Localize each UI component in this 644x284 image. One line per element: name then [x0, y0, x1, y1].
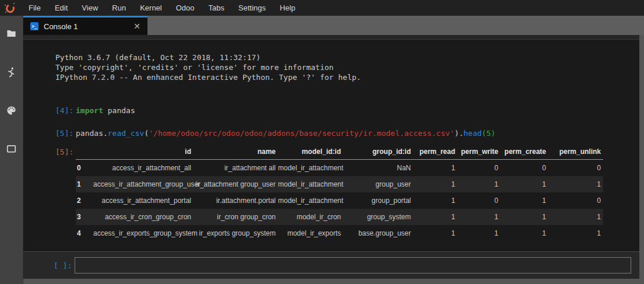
table-cell: access_ir_attachment_group_user — [93, 176, 193, 192]
menu-item-view[interactable]: View — [75, 0, 105, 16]
toolbar-strip — [23, 35, 639, 40]
table-cell: model_ir_attachment — [278, 192, 343, 209]
table-cell: 0 — [458, 192, 501, 209]
menu-item-tabs[interactable]: Tabs — [202, 0, 231, 16]
table-cell: ir.attachment.portal — [193, 192, 278, 209]
banner-line: Type 'copyright', 'credits' or 'license'… — [23, 62, 639, 72]
table-cell: ir_attachment group_user — [193, 176, 278, 192]
console-history: Python 3.6.7 (default, Oct 22 2018, 11:3… — [23, 40, 639, 251]
row-index: 2 — [76, 192, 93, 209]
table-header: perm_write — [458, 145, 501, 160]
table-cell: 1 — [458, 176, 501, 192]
palette-icon[interactable] — [6, 104, 17, 116]
output-prompt: [5]: — [23, 145, 76, 157]
table-cell: 1 — [501, 192, 548, 209]
table-cell: 1 — [548, 225, 603, 241]
code-line: pandas.read_csv('/home/odoo/src/odoo/odo… — [76, 128, 495, 138]
code-cell: [4]:import pandas — [23, 106, 639, 115]
table-cell: model_ir_exports — [278, 225, 343, 241]
table-cell: 1 — [501, 225, 548, 241]
table-cell: 1 — [413, 209, 458, 225]
row-index: 1 — [76, 176, 93, 192]
table-header: perm_create — [501, 145, 548, 160]
banner-line: IPython 7.2.0 -- An enhanced Interactive… — [23, 72, 639, 82]
table-header: model_id:id — [278, 145, 343, 160]
running-man-icon[interactable] — [6, 66, 17, 78]
row-index: 4 — [76, 225, 93, 241]
table-row: 3access_ir_cron_group_cronir_cron group_… — [76, 209, 603, 225]
console-icon: >_ — [30, 22, 38, 30]
tab-bar: >_ Console 1 ✕ — [23, 16, 644, 35]
table-cell: model_ir_attachment — [278, 176, 343, 192]
menu-bar: FileEditViewRunKernelOdooTabsSettingsHel… — [0, 0, 644, 16]
table-cell: 0 — [548, 192, 603, 209]
input-prompt: [4]: — [23, 106, 76, 115]
table-cell: 1 — [501, 209, 548, 225]
left-activity-bar — [0, 16, 23, 284]
table-header: id — [93, 145, 193, 160]
table-cell: model_ir_attachment — [278, 160, 343, 177]
code-line: import pandas — [76, 106, 135, 115]
console-panel: Python 3.6.7 (default, Oct 22 2018, 11:3… — [23, 40, 639, 279]
menu-items: FileEditViewRunKernelOdooTabsSettingsHel… — [22, 0, 302, 16]
menu-item-edit[interactable]: Edit — [48, 0, 75, 16]
table-cell: access_ir_attachment_portal — [93, 192, 193, 209]
banner-line: Python 3.6.7 (default, Oct 22 2018, 11:3… — [23, 52, 639, 62]
main-panel: >_ Console 1 ✕ Python 3.6.7 (default, Oc… — [23, 16, 644, 284]
table-header: perm_unlink — [548, 145, 603, 160]
dataframe-table: idnamemodel_id:idgroup_id:idperm_readper… — [76, 145, 603, 241]
menu-item-odoo[interactable]: Odoo — [169, 0, 202, 16]
table-row: 0access_ir_attachment_allir_attachment a… — [76, 160, 603, 177]
menu-item-file[interactable]: File — [22, 0, 48, 16]
table-cell: 1 — [413, 192, 458, 209]
menu-item-settings[interactable]: Settings — [231, 0, 273, 16]
table-header: group_id:id — [343, 145, 413, 160]
table-cell: ir_cron group_cron — [193, 209, 278, 225]
table-cell: 0 — [548, 160, 603, 177]
table-cell: NaN — [343, 160, 413, 177]
close-icon[interactable]: ✕ — [133, 22, 140, 30]
tab-label: Console 1 — [44, 22, 133, 31]
input-prompt: [5]: — [23, 128, 76, 138]
table-cell: 1 — [458, 225, 501, 241]
table-cell: base.group_user — [343, 225, 413, 241]
table-cell: 1 — [548, 209, 603, 225]
table-header: name — [193, 145, 278, 160]
tab-console-1[interactable]: >_ Console 1 ✕ — [23, 16, 147, 35]
table-cell: group_portal — [343, 192, 413, 209]
table-cell: 1 — [413, 160, 458, 177]
menu-item-help[interactable]: Help — [273, 0, 302, 16]
code-input-field[interactable] — [75, 257, 631, 274]
folder-icon[interactable] — [6, 27, 17, 39]
table-cell: access_ir_exports_group_system — [93, 225, 193, 241]
python-banner: Python 3.6.7 (default, Oct 22 2018, 11:3… — [23, 52, 639, 82]
table-header-row: idnamemodel_id:idgroup_id:idperm_readper… — [76, 145, 603, 160]
table-cell: model_ir_cron — [278, 209, 343, 225]
table-cell: 1 — [413, 176, 458, 192]
table-cell: ir_exports group_system — [193, 225, 278, 241]
table-row: 4access_ir_exports_group_systemir_export… — [76, 225, 603, 241]
open-tabs-icon[interactable] — [6, 143, 17, 155]
menu-item-run[interactable]: Run — [105, 0, 133, 16]
table-header: perm_read — [413, 145, 458, 160]
table-cell: 1 — [501, 176, 548, 192]
table-cell: 1 — [458, 209, 501, 225]
table-cell: 0 — [458, 160, 501, 177]
table-cell: 1 — [548, 176, 603, 192]
table-cell: 1 — [413, 225, 458, 241]
table-header — [76, 145, 93, 160]
menu-item-kernel[interactable]: Kernel — [133, 0, 169, 16]
table-cell: access_ir_cron_group_cron — [93, 209, 193, 225]
row-index: 3 — [76, 209, 93, 225]
jupyter-odoo-logo-icon — [5, 2, 16, 14]
row-index: 0 — [76, 160, 93, 177]
table-cell: ir_attachment all — [193, 160, 278, 177]
code-cell: [5]:pandas.read_csv('/home/odoo/src/odoo… — [23, 128, 639, 138]
input-prompt: [ ]: — [23, 261, 75, 270]
table-cell: access_ir_attachment_all — [93, 160, 193, 177]
table-cell: 0 — [501, 160, 548, 177]
table-cell: group_system — [343, 209, 413, 225]
console-input-area: [ ]: — [23, 251, 639, 279]
table-row: 1access_ir_attachment_group_userir_attac… — [76, 176, 603, 192]
table-cell: group_user — [343, 176, 413, 192]
